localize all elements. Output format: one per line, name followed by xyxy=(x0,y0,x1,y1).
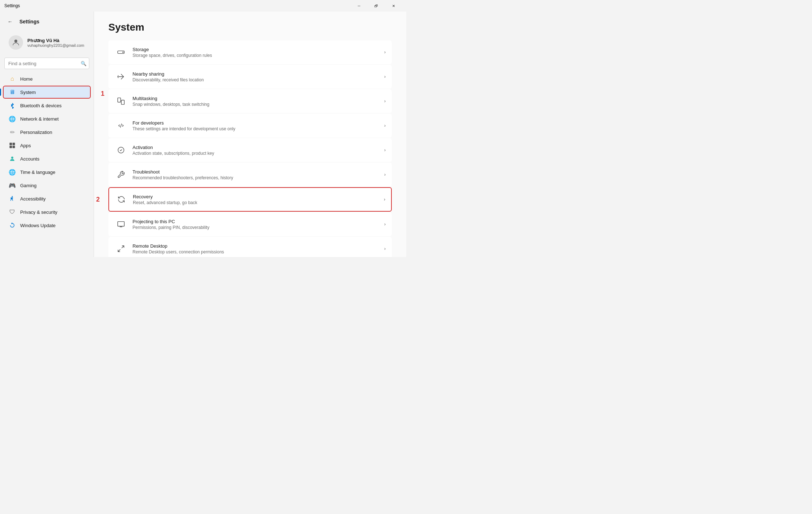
settings-item-projecting[interactable]: Projecting to this PC Permissions, pairi… xyxy=(108,212,392,236)
privacy-icon: 🛡 xyxy=(9,208,16,216)
multitasking-desc: Snap windows, desktops, task switching xyxy=(133,102,384,107)
remote-desktop-title: Remote Desktop xyxy=(133,243,384,249)
back-icon: ← xyxy=(8,19,13,24)
sidebar-item-label: Time & language xyxy=(20,170,55,175)
svg-rect-9 xyxy=(118,98,121,102)
storage-text: Storage Storage space, drives, configura… xyxy=(133,47,384,58)
maximize-button[interactable]: 🗗 xyxy=(368,0,385,12)
page-title: System xyxy=(108,22,392,33)
settings-item-recovery[interactable]: 2 Recovery Reset, advanced startup, go b… xyxy=(108,187,392,212)
time-icon: 🌐 xyxy=(9,168,16,176)
user-info: Phương Vũ Hà vuhaphuonghy2201@gmail.com xyxy=(27,38,84,48)
sidebar-item-label: Gaming xyxy=(20,183,37,188)
svg-rect-12 xyxy=(118,222,124,226)
recovery-desc: Reset, advanced startup, go back xyxy=(133,200,384,205)
chevron-icon: › xyxy=(384,99,386,104)
sidebar-item-label: Bluetooth & devices xyxy=(20,103,62,108)
activation-desc: Activation state, subscriptions, product… xyxy=(133,151,384,156)
sidebar-item-label: Network & internet xyxy=(20,116,59,122)
sidebar-item-system[interactable]: 🖥 System xyxy=(3,86,91,99)
sidebar: ← Settings Phương Vũ Hà vuhaphuonghy2201… xyxy=(0,12,94,235)
multitasking-title: Multitasking xyxy=(133,96,384,101)
sidebar-item-home[interactable]: ⌂ Home xyxy=(3,72,91,85)
settings-item-activation[interactable]: Activation Activation state, subscriptio… xyxy=(108,138,392,162)
settings-item-troubleshoot[interactable]: Troubleshoot Recommended troubleshooters… xyxy=(108,163,392,186)
recovery-title: Recovery xyxy=(133,194,384,199)
svg-point-5 xyxy=(11,157,13,159)
remote-desktop-icon xyxy=(115,242,127,255)
sidebar-item-label: Windows Update xyxy=(20,223,55,228)
chevron-icon: › xyxy=(384,123,386,128)
developers-icon xyxy=(115,119,127,132)
nearby-sharing-text: Nearby sharing Discoverability, received… xyxy=(133,71,384,82)
svg-rect-3 xyxy=(10,146,12,148)
chevron-icon: › xyxy=(384,148,386,153)
search-input[interactable] xyxy=(4,58,89,69)
settings-item-nearby-sharing[interactable]: Nearby sharing Discoverability, received… xyxy=(108,65,392,89)
sidebar-wrapper: ← Settings Phương Vũ Hà vuhaphuonghy2201… xyxy=(0,12,94,257)
close-button[interactable]: ✕ xyxy=(385,0,402,12)
sidebar-item-bluetooth[interactable]: Bluetooth & devices xyxy=(3,99,91,112)
sidebar-item-label: Apps xyxy=(20,143,31,148)
projecting-icon xyxy=(115,218,127,231)
accessibility-icon xyxy=(9,195,16,202)
activation-title: Activation xyxy=(133,145,384,150)
settings-item-multitasking[interactable]: Multitasking Snap windows, desktops, tas… xyxy=(108,89,392,113)
troubleshoot-desc: Recommended troubleshooters, preferences… xyxy=(133,175,384,180)
storage-icon xyxy=(115,46,127,59)
troubleshoot-text: Troubleshoot Recommended troubleshooters… xyxy=(133,169,384,180)
settings-item-storage[interactable]: Storage Storage space, drives, configura… xyxy=(108,40,392,64)
chevron-icon: › xyxy=(384,222,386,227)
sidebar-item-network[interactable]: 🌐 Network & internet xyxy=(3,112,91,125)
svg-line-14 xyxy=(118,249,120,252)
projecting-desc: Permissions, pairing PIN, discoverabilit… xyxy=(133,225,384,230)
storage-title: Storage xyxy=(133,47,384,52)
nearby-sharing-desc: Discoverability, received files location xyxy=(133,77,384,82)
settings-item-remote-desktop[interactable]: Remote Desktop Remote Desktop users, con… xyxy=(108,237,392,257)
chevron-icon: › xyxy=(384,246,386,251)
sidebar-app-title: Settings xyxy=(19,19,39,24)
sidebar-item-personalization[interactable]: ✏ Personalization xyxy=(3,126,91,139)
troubleshoot-title: Troubleshoot xyxy=(133,169,384,175)
nearby-sharing-icon xyxy=(115,70,127,83)
sidebar-item-update[interactable]: Windows Update xyxy=(3,219,91,232)
accounts-icon xyxy=(9,155,16,162)
window: ← Settings Phương Vũ Hà vuhaphuonghy2201… xyxy=(0,12,406,257)
projecting-title: Projecting to this PC xyxy=(133,219,384,224)
chevron-icon: › xyxy=(384,50,386,55)
titlebar-title: Settings xyxy=(4,3,20,8)
svg-point-8 xyxy=(123,52,124,53)
settings-item-for-developers[interactable]: For developers These settings are intend… xyxy=(108,114,392,137)
sidebar-item-accessibility[interactable]: Accessibility xyxy=(3,192,91,205)
developers-title: For developers xyxy=(133,120,384,126)
svg-point-6 xyxy=(12,196,13,197)
sidebar-item-label: Accounts xyxy=(20,156,39,162)
sidebar-item-time[interactable]: 🌐 Time & language xyxy=(3,166,91,179)
close-icon: ✕ xyxy=(392,4,395,8)
sidebar-item-label: Privacy & security xyxy=(20,209,57,215)
recovery-icon xyxy=(115,193,128,206)
nav-list: ⌂ Home 🖥 System Bluetooth & devices xyxy=(0,72,94,232)
sidebar-item-privacy[interactable]: 🛡 Privacy & security xyxy=(3,206,91,218)
sidebar-header: ← Settings xyxy=(0,14,94,30)
bluetooth-icon xyxy=(9,102,16,109)
apps-icon xyxy=(9,142,16,149)
sidebar-item-label: Personalization xyxy=(20,130,52,135)
sidebar-item-apps[interactable]: Apps xyxy=(3,139,91,152)
home-icon: ⌂ xyxy=(9,75,16,82)
user-email: vuhaphuonghy2201@gmail.com xyxy=(27,43,84,48)
search-box: 🔍 xyxy=(4,58,89,69)
svg-rect-10 xyxy=(121,100,124,104)
back-button[interactable]: ← xyxy=(4,16,16,27)
sidebar-item-accounts[interactable]: Accounts xyxy=(3,152,91,165)
sidebar-item-label: Accessibility xyxy=(20,196,46,202)
sidebar-item-label: Home xyxy=(20,76,33,82)
svg-rect-2 xyxy=(13,143,15,145)
sidebar-item-gaming[interactable]: 🎮 Gaming xyxy=(3,179,91,192)
svg-rect-1 xyxy=(10,143,12,145)
minimize-button[interactable]: ─ xyxy=(351,0,367,12)
activation-text: Activation Activation state, subscriptio… xyxy=(133,145,384,156)
chevron-icon: › xyxy=(384,74,386,79)
chevron-icon: › xyxy=(384,172,386,177)
user-profile[interactable]: Phương Vũ Hà vuhaphuonghy2201@gmail.com xyxy=(3,32,91,53)
